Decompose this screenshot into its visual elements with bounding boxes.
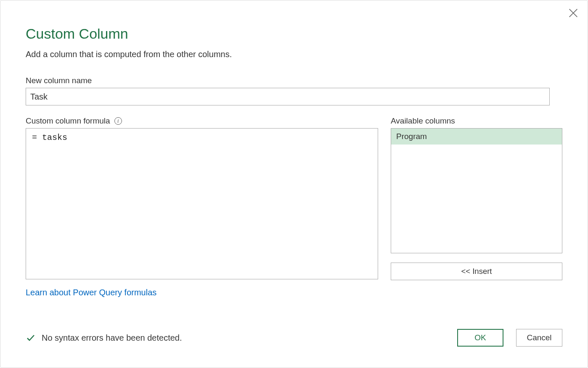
available-columns-label: Available columns [391,116,562,126]
formula-input[interactable] [26,128,378,279]
dialog-title: Custom Column [26,26,562,42]
available-columns-list[interactable]: Program [391,128,562,253]
dialog-subtitle: Add a column that is computed from the o… [26,50,562,59]
ok-button[interactable]: OK [457,329,503,347]
close-button[interactable] [567,7,579,19]
column-item-program[interactable]: Program [391,129,562,145]
formula-label-text: Custom column formula [26,116,110,126]
cancel-button[interactable]: Cancel [516,329,562,347]
column-name-input[interactable] [26,88,550,105]
status-message: No syntax errors have been detected. [42,333,182,343]
close-icon [567,7,579,19]
info-icon[interactable]: i [114,117,122,125]
column-name-label: New column name [26,76,550,85]
learn-link[interactable]: Learn about Power Query formulas [26,288,156,297]
insert-button[interactable]: << Insert [391,263,562,280]
formula-label: Custom column formula i [26,116,378,126]
custom-column-dialog: Custom Column Add a column that is compu… [0,0,588,368]
status-bar: No syntax errors have been detected. [26,333,182,343]
check-icon [26,333,36,343]
